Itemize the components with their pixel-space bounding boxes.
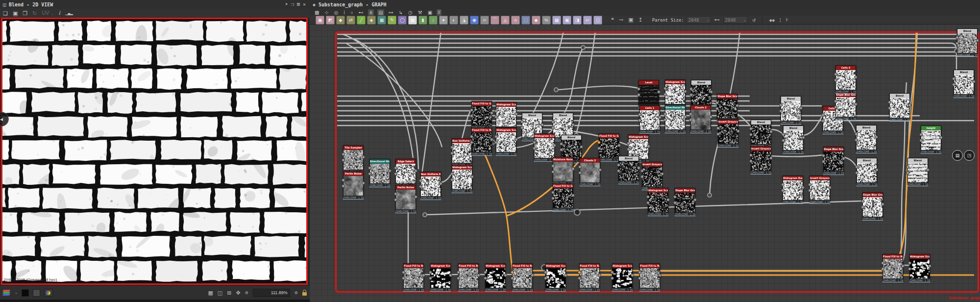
node-output-port[interactable] [631,274,634,277]
node-output-port[interactable] [647,145,650,148]
info-icon[interactable]: i [59,9,61,17]
channels-dropdown-icon[interactable]: ⌄ [15,291,18,295]
graph-node[interactable]: Blend2048x2048 - L 16 [856,125,877,152]
levels-icon[interactable]: ◈ [367,16,376,25]
size-reset-icon[interactable]: ↺ [753,17,756,23]
node-input-port[interactable] [855,132,858,136]
node-output-port[interactable] [490,111,493,115]
graph-node[interactable]: Invert Grayscale2048x2048 - L 16 [718,119,738,146]
graph-node[interactable]: Histogram Scan2048x2048 - L 16 [452,165,472,192]
node-input-port[interactable] [716,132,720,136]
curve-icon[interactable]: ╱ [357,16,366,25]
export-output-button[interactable]: ▤ [952,150,963,161]
node-input-port[interactable] [342,178,345,182]
graph-node[interactable]: Flood Fill to Random Grayscale2048x2048 … [639,263,660,290]
node-input-port[interactable] [342,184,345,188]
node-output-port[interactable] [736,129,740,133]
graph-node[interactable]: Histogram Scan2048x2048 - L 16 [612,263,633,290]
node-input-port[interactable] [551,164,555,168]
node-input-port[interactable] [822,160,825,163]
graph-node[interactable]: Blend2048x2048 - L 16 [783,126,804,152]
close-icon[interactable]: ✕ [303,0,306,9]
frame-icon[interactable]: ◻ [593,16,602,25]
graph-icon[interactable]: ⋔ [368,9,374,16]
node-output-port[interactable] [693,198,697,201]
node-output-port[interactable] [504,274,507,277]
node-input-port[interactable] [749,127,753,130]
graph-node[interactable]: Histogram Scan2048x2048 - L 16 [496,102,516,129]
node-input-port[interactable] [578,171,582,175]
graph-node[interactable]: Slope Blur Grayscale2048x2048 - L 16 [717,94,737,121]
node-input-port[interactable] [749,133,753,136]
node-input-port[interactable] [689,93,693,97]
2d-viewport[interactable]: 2048 x 2048 (Grayscale 8 bpc) ◀ [0,18,310,286]
node-input-port[interactable] [782,133,785,136]
node-input-port[interactable] [715,107,719,110]
node-output-port[interactable] [908,103,911,107]
warning-icon[interactable]: ◬ [501,16,510,25]
node-input-port[interactable] [470,114,473,118]
node-input-port[interactable] [637,87,640,91]
node-input-port[interactable] [394,166,397,170]
graph-node[interactable]: Cells 12048x2048 - L 16 [639,105,660,132]
node-output-port[interactable] [388,169,392,173]
graph-node[interactable]: Cells 42048x2048 - L 16 [835,65,856,92]
graph-node[interactable]: Flood Fill to Random Grayscale2048x2048 … [403,263,424,290]
node-input-port[interactable] [484,277,487,280]
node-output-port[interactable] [580,145,583,149]
node-output-port[interactable] [658,274,662,277]
node-input-port[interactable] [394,172,397,176]
node-input-port[interactable] [822,154,825,157]
grid-toggle-icon[interactable]: ▦ [208,290,213,296]
node-input-port[interactable] [888,101,891,104]
node-output-port[interactable] [928,264,931,268]
node-input-port[interactable] [881,261,884,265]
graph-node[interactable]: Histogram Scan2048x2048 - L 16 [909,254,930,281]
fit-view-icon[interactable]: ⊞ [227,290,231,296]
2d-view-titlebar[interactable]: ◫ Blend - 2D VIEW ➤❐⊞✕ [0,0,310,9]
node-input-port[interactable] [673,195,677,199]
node-output-port[interactable] [470,175,474,178]
node-input-port[interactable] [419,179,422,182]
node-output-port[interactable] [564,274,567,277]
zoom-options-icon[interactable]: ⚙ [294,291,298,295]
node-input-port[interactable] [640,175,644,178]
node-input-port[interactable] [551,126,555,129]
node-input-port[interactable] [855,138,858,142]
maximize-icon[interactable]: ⊞ [297,0,300,9]
node-input-port[interactable] [578,277,581,280]
node-output-port[interactable] [531,274,534,277]
node-input-port[interactable] [834,78,837,82]
node-input-port[interactable] [689,87,693,91]
node-input-port[interactable] [952,77,956,80]
graph-node[interactable]: Flood Fill to Random Grayscale2048x2048 … [882,254,903,281]
zoom-settings-icon[interactable]: ⚙ [245,291,248,295]
node-output-port[interactable] [976,39,979,42]
node-output-port[interactable] [666,198,670,201]
graph-node[interactable]: Slope Blur Grayscale2048x2048 - L 16 [675,188,695,215]
node-input-port[interactable] [821,113,825,117]
node-input-port[interactable] [627,148,630,151]
node-input-port[interactable] [638,277,641,280]
graph-node[interactable]: Blend2048x2048 - L 16 [691,80,711,107]
cylinder-icon[interactable]: ▮ [418,16,427,25]
node-input-port[interactable] [906,171,909,175]
histogram-icon[interactable]: ▁▄▂ [65,9,73,17]
node-input-port[interactable] [470,141,473,144]
node-input-port[interactable] [494,135,498,138]
node-input-port[interactable] [394,198,397,201]
node-input-port[interactable] [834,105,837,109]
graph-node[interactable]: Blend2048x2048 - L 16 [957,28,978,55]
node-input-port[interactable] [881,267,884,271]
comment-icon[interactable]: ❝ [611,17,614,23]
node-output-port[interactable] [939,136,943,139]
graph-node[interactable]: Blend2048x2048 - L 16 [889,93,910,120]
graph-node[interactable]: Histogram Scan2048x2048 - L 16 [430,263,451,290]
fxmap-icon[interactable]: ▩ [552,16,561,25]
node-input-port[interactable] [520,126,524,129]
spline-icon[interactable]: ⌒ [490,16,499,25]
node-input-port[interactable] [834,100,837,103]
rgb-channels-icon[interactable] [44,289,53,297]
node-output-port[interactable] [901,264,905,268]
node-input-port[interactable] [551,197,555,200]
